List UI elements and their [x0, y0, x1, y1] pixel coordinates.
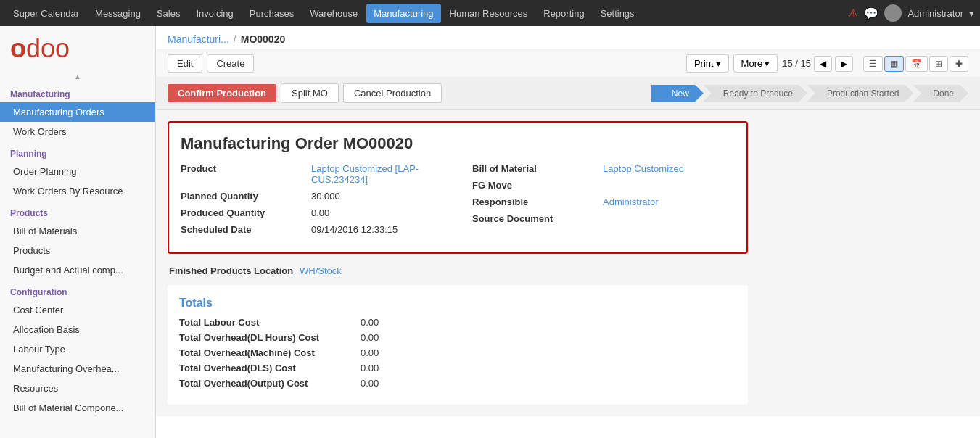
sidebar-item-work-orders[interactable]: Work Orders	[0, 122, 155, 141]
sidebar-item-labour-type[interactable]: Labour Type	[0, 339, 155, 359]
sidebar-item-resources[interactable]: Resources	[0, 379, 155, 398]
cancel-production-button[interactable]: Cancel Production	[343, 83, 442, 103]
field-scheduled-date: Scheduled Date 09/14/2016 12:33:15	[181, 224, 443, 235]
pagination: 15 / 15 ◀ ▶	[782, 56, 853, 72]
form-left-col: Product Laptop Customized [LAP-CUS,23423…	[181, 163, 443, 241]
field-produced-qty: Produced Quantity 0.00	[181, 207, 443, 218]
total-overhead-dls-value: 0.00	[361, 363, 379, 373]
field-fg-move: FG Move	[472, 180, 735, 191]
totals-section: Totals Total Labour Cost 0.00 Total Over…	[168, 285, 748, 405]
form-card: Manufacturing Order MO00020 Product Lapt…	[168, 121, 748, 254]
message-icon[interactable]: 💬	[864, 7, 878, 20]
sidebar-item-cost-center[interactable]: Cost Center	[0, 300, 155, 320]
sidebar-item-manufacturing-overhead[interactable]: Manufacturing Overhea...	[0, 359, 155, 379]
nav-item-sales[interactable]: Sales	[149, 4, 188, 23]
alert-icon[interactable]: ⚠	[848, 7, 858, 20]
total-overhead-dls-row: Total Overhead(DLS) Cost 0.00	[179, 363, 736, 373]
status-step-started[interactable]: Production Started	[807, 85, 913, 102]
sidebar: o doo ▲ Manufacturing Manufacturing Orde…	[0, 26, 156, 438]
status-step-done[interactable]: Done	[913, 85, 968, 102]
graph-view-button[interactable]: ⊞	[929, 56, 948, 72]
nav-item-purchases[interactable]: Purchases	[242, 4, 301, 23]
sidebar-item-allocation-basis[interactable]: Allocation Basis	[0, 320, 155, 339]
form-view-button[interactable]: ▦	[884, 56, 904, 72]
nav-item-invoicing[interactable]: Invoicing	[189, 4, 240, 23]
sidebar-item-bill-of-materials[interactable]: Bill of Materials	[0, 221, 155, 241]
main-layout: o doo ▲ Manufacturing Manufacturing Orde…	[0, 26, 980, 438]
breadcrumb-separator: /	[234, 33, 236, 45]
admin-dropdown-icon[interactable]: ▾	[969, 8, 974, 19]
breadcrumb-bar: Manufacturi... / MO00020	[156, 26, 980, 50]
form-title: Manufacturing Order MO00020	[181, 134, 735, 153]
section-title-configuration: Configuration	[0, 280, 155, 300]
field-finished-location-value[interactable]: WH/Stock	[300, 265, 342, 276]
list-view-button[interactable]: ☰	[863, 56, 883, 72]
form-columns: Product Laptop Customized [LAP-CUS,23423…	[181, 163, 735, 241]
total-labour-cost-value: 0.00	[361, 317, 379, 328]
field-planned-qty-label: Planned Quantity	[181, 191, 311, 202]
section-configuration: Configuration Cost Center Allocation Bas…	[0, 280, 155, 418]
field-responsible-value[interactable]: Administrator	[603, 197, 659, 207]
sidebar-item-manufacturing-orders[interactable]: Manufacturing Orders	[0, 102, 155, 122]
field-bom-label: Bill of Material	[472, 163, 603, 174]
total-overhead-output-row: Total Overhead(Output) Cost 0.00	[179, 378, 736, 389]
nav-item-hr[interactable]: Human Resources	[442, 4, 535, 23]
sidebar-item-work-orders-resource[interactable]: Work Orders By Resource	[0, 181, 155, 201]
total-overhead-dl-row: Total Overhead(DL Hours) Cost 0.00	[179, 332, 736, 343]
edit-button[interactable]: Edit	[168, 54, 202, 73]
field-bom: Bill of Material Laptop Customized	[472, 163, 735, 174]
status-step-new[interactable]: New	[651, 85, 704, 102]
section-title-products: Products	[0, 201, 155, 221]
section-planning: Planning Order Planning Work Orders By R…	[0, 141, 155, 201]
field-finished-location-label: Finished Products Location	[169, 265, 300, 276]
total-labour-cost-row: Total Labour Cost 0.00	[179, 317, 736, 328]
total-overhead-machine-row: Total Overhead(Machine) Cost 0.00	[179, 347, 736, 358]
sidebar-item-bom-components[interactable]: Bill of Material Compone...	[0, 398, 155, 418]
print-dropdown-icon: ▾	[716, 58, 721, 69]
total-overhead-output-label: Total Overhead(Output) Cost	[179, 378, 361, 389]
field-bom-value[interactable]: Laptop Customized	[603, 163, 684, 174]
sidebar-item-budget[interactable]: Budget and Actual comp...	[0, 260, 155, 280]
field-scheduled-date-label: Scheduled Date	[181, 224, 311, 235]
field-product-value[interactable]: Laptop Customized [LAP-CUS,234234]	[311, 163, 443, 185]
toolbar: Edit Create Print ▾ More ▾ 15 / 15 ◀ ▶ ☰…	[156, 50, 980, 78]
pagination-count: 15 / 15	[782, 58, 811, 69]
prev-button[interactable]: ◀	[814, 56, 832, 72]
pivot-view-button[interactable]: ✚	[950, 56, 968, 72]
nav-item-reporting[interactable]: Reporting	[536, 4, 591, 23]
action-bar: Confirm Production Split MO Cancel Produ…	[156, 78, 980, 110]
total-overhead-machine-label: Total Overhead(Machine) Cost	[179, 347, 361, 358]
sidebar-item-products[interactable]: Products	[0, 241, 155, 260]
sidebar-scroll-up[interactable]: ▲	[0, 71, 155, 82]
confirm-production-button[interactable]: Confirm Production	[168, 84, 276, 102]
status-bar: New Ready to Produce Production Started …	[651, 85, 968, 102]
field-produced-qty-label: Produced Quantity	[181, 207, 311, 218]
print-button[interactable]: Print ▾	[686, 54, 729, 73]
field-product: Product Laptop Customized [LAP-CUS,23423…	[181, 163, 443, 185]
calendar-view-button[interactable]: 📅	[905, 56, 928, 72]
total-overhead-dls-label: Total Overhead(DLS) Cost	[179, 363, 361, 373]
sidebar-item-order-planning[interactable]: Order Planning	[0, 162, 155, 181]
breadcrumb-parent[interactable]: Manufacturi...	[168, 33, 229, 45]
form-area: Manufacturing Order MO00020 Product Lapt…	[156, 110, 980, 416]
split-mo-button[interactable]: Split MO	[281, 83, 339, 103]
total-overhead-dl-label: Total Overhead(DL Hours) Cost	[179, 332, 361, 343]
nav-item-settings[interactable]: Settings	[593, 4, 642, 23]
field-product-label: Product	[181, 163, 311, 174]
field-source-doc-label: Source Document	[472, 213, 603, 224]
total-overhead-machine-value: 0.00	[361, 347, 379, 358]
breadcrumb-current: MO00020	[241, 33, 285, 45]
admin-label[interactable]: Administrator	[907, 8, 963, 19]
field-produced-qty-value: 0.00	[311, 207, 329, 218]
nav-item-super-calendar[interactable]: Super Calendar	[6, 4, 86, 23]
nav-item-manufacturing[interactable]: Manufacturing	[366, 4, 440, 23]
create-button[interactable]: Create	[207, 54, 254, 73]
nav-item-messaging[interactable]: Messaging	[88, 4, 148, 23]
form-right-col: Bill of Material Laptop Customized FG Mo…	[472, 163, 735, 241]
section-products: Products Bill of Materials Products Budg…	[0, 201, 155, 280]
nav-item-warehouse[interactable]: Warehouse	[302, 4, 365, 23]
more-button[interactable]: More ▾	[733, 54, 778, 73]
status-step-ready[interactable]: Ready to Produce	[703, 85, 807, 102]
total-overhead-dl-value: 0.00	[361, 332, 379, 343]
next-button[interactable]: ▶	[835, 56, 853, 72]
